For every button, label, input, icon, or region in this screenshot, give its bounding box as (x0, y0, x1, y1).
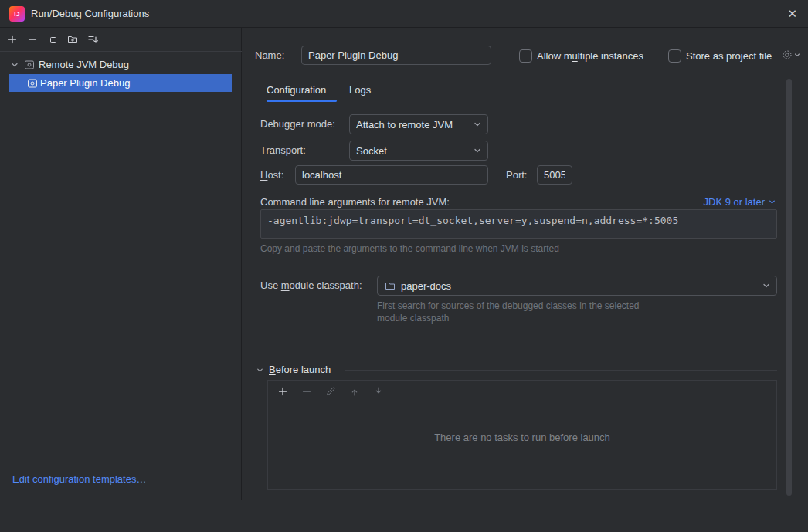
tree-item-paper-plugin-debug[interactable]: Paper Plugin Debug (9, 74, 232, 92)
store-as-project-file-checkbox[interactable] (668, 49, 681, 63)
chevron-down-icon (767, 197, 777, 207)
tree-item-label: Paper Plugin Debug (40, 77, 130, 89)
transport-value: Socket (356, 145, 467, 157)
plus-icon (6, 33, 19, 46)
before-launch-separator (345, 370, 777, 371)
copy-configuration-button[interactable] (44, 32, 60, 48)
move-down-icon (372, 385, 385, 398)
remove-task-button[interactable] (298, 383, 314, 399)
edit-task-button[interactable] (322, 383, 338, 399)
vertical-scrollbar[interactable] (786, 79, 792, 496)
new-folder-button[interactable] (64, 32, 80, 48)
store-as-project-file-label: Store as project file (686, 49, 772, 63)
debugger-mode-select[interactable]: Attach to remote JVM (349, 114, 488, 134)
remote-jvm-debug-icon (23, 59, 36, 71)
dialog-footer: ? OK Cancel Apply (0, 500, 808, 532)
chevron-down-icon[interactable] (9, 59, 20, 70)
add-task-button[interactable] (274, 383, 290, 399)
pencil-icon (324, 385, 337, 398)
jvm-arguments-textarea[interactable]: -agentlib:jdwp=transport=dt_socket,serve… (260, 209, 777, 239)
remove-configuration-button[interactable] (24, 32, 40, 48)
remote-jvm-debug-icon (26, 77, 39, 90)
tree-group-label: Remote JVM Debug (39, 59, 129, 70)
chevron-down-icon (472, 119, 483, 130)
minus-icon (26, 33, 39, 46)
move-task-up-button[interactable] (346, 383, 362, 399)
before-launch-empty-text: There are no tasks to run before launch (268, 432, 776, 443)
debugger-mode-value: Attach to remote JVM (356, 119, 467, 130)
move-up-icon (348, 385, 361, 398)
chevron-down-icon (794, 52, 800, 58)
store-as-project-settings-button[interactable] (781, 49, 800, 61)
sort-configurations-button[interactable] (84, 32, 100, 48)
chevron-down-icon[interactable] (255, 365, 265, 375)
allow-multiple-instances-checkbox[interactable] (519, 49, 532, 63)
module-icon (384, 280, 396, 292)
intellij-logo-icon: IJ (9, 6, 25, 22)
close-icon[interactable]: ✕ (787, 0, 797, 28)
name-input[interactable] (301, 46, 491, 65)
host-label: Host: (260, 165, 283, 185)
tree-group-remote-jvm-debug[interactable]: Remote JVM Debug (0, 56, 242, 73)
allow-multiple-instances-label: Allow multiple instances (537, 49, 643, 63)
run-debug-configurations-dialog: IJ Run/Debug Configurations ✕ R (0, 0, 808, 532)
move-task-down-button[interactable] (370, 383, 386, 399)
port-label: Port: (506, 165, 527, 185)
new-folder-icon (66, 33, 79, 46)
host-input[interactable] (295, 165, 488, 185)
module-classpath-hint-line1: First search for sources of the debugged… (377, 300, 640, 311)
before-launch-label: Before launch (269, 362, 331, 378)
add-configuration-button[interactable] (4, 32, 20, 48)
transport-select[interactable]: Socket (349, 141, 488, 161)
sort-icon (87, 33, 99, 46)
command-line-hint: Copy and paste the arguments to the comm… (260, 243, 559, 254)
tab-configuration[interactable]: Configuration (267, 80, 326, 100)
transport-label: Transport: (260, 141, 306, 160)
copy-icon (46, 33, 59, 46)
sidebar-toolbar (0, 28, 242, 52)
use-module-classpath-label: Use module classpath: (260, 276, 362, 295)
chevron-down-icon (472, 145, 483, 156)
plus-icon (277, 385, 289, 398)
chevron-down-icon (761, 280, 772, 291)
module-classpath-hint-line2: module classpath (377, 313, 449, 324)
tab-logs[interactable]: Logs (349, 80, 371, 100)
section-separator (254, 341, 777, 341)
active-tab-indicator (267, 100, 337, 102)
edit-configuration-templates-link[interactable]: Edit configuration templates… (12, 473, 146, 485)
module-classpath-value: paper-docs (401, 280, 756, 292)
before-launch-header[interactable]: Before launch (255, 362, 331, 378)
name-label: Name: (255, 46, 284, 65)
debugger-mode-label: Debugger mode: (260, 114, 335, 134)
before-launch-toolbar (268, 381, 776, 402)
configurations-sidebar: Remote JVM Debug Paper Plugin Debug Edit… (0, 28, 242, 500)
title-bar: IJ Run/Debug Configurations ✕ (0, 0, 808, 28)
module-classpath-select[interactable]: paper-docs (377, 276, 777, 296)
minus-icon (300, 385, 313, 398)
dialog-title: Run/Debug Configurations (31, 0, 149, 28)
gear-icon (781, 49, 793, 61)
before-launch-task-list: There are no tasks to run before launch (267, 380, 777, 490)
port-input[interactable] (537, 165, 572, 185)
